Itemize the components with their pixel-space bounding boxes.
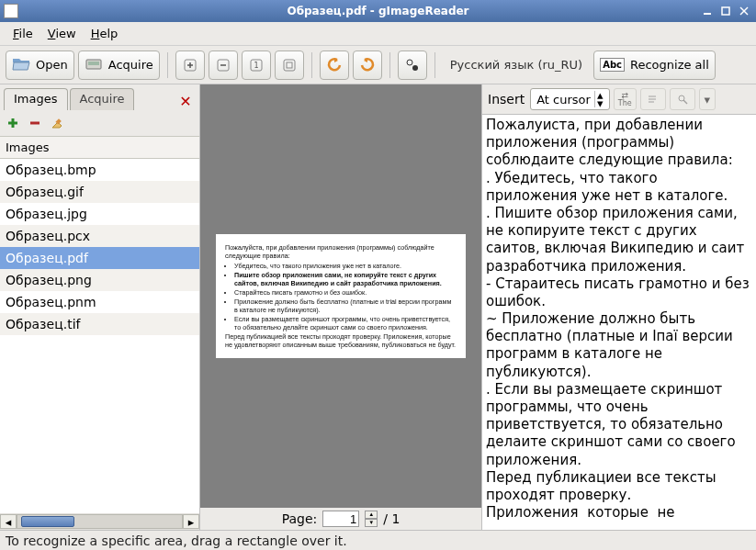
doc-bullet: Если вы размещаете скриншот программы, ч… [234, 315, 457, 331]
open-label: Open [36, 58, 68, 72]
page-label: Page: [282, 511, 318, 526]
list-item[interactable]: Образец.jpg [0, 203, 199, 225]
zoom-reset-button[interactable]: 1 [242, 51, 271, 80]
zoom-in-button[interactable] [175, 51, 205, 80]
abc-icon: Abc [600, 58, 625, 72]
the-button[interactable]: ⇄The [614, 88, 637, 110]
list-item[interactable]: Образец.pnm [0, 291, 199, 313]
scroll-track[interactable] [17, 514, 183, 529]
doc-bullet: Приложение должно быть бесплатно (платны… [234, 297, 457, 314]
menu-file[interactable]: File [6, 25, 40, 42]
recognize-all-button[interactable]: Abc Recognize all [593, 51, 716, 80]
list-item[interactable]: Образец.pcx [0, 225, 199, 247]
document-viewer[interactable]: Пожалуйста, при добавлении приложения (п… [200, 84, 481, 508]
page-preview: Пожалуйста, при добавлении приложения (п… [216, 234, 466, 358]
recognize-all-label: Recognize all [630, 58, 709, 72]
doc-bullet: Старайтесь писать грамотно и без ошибок. [234, 288, 457, 297]
svg-rect-14 [287, 62, 292, 68]
output-pane: Insert At cursor ▴▾ ⇄The ▾ Пожалуиста, п… [482, 84, 756, 530]
svg-point-16 [412, 65, 418, 71]
insert-mode-dropdown[interactable]: At cursor ▴▾ [530, 88, 610, 110]
menu-view[interactable]: View [40, 25, 84, 42]
scroll-left-arrow[interactable]: ◂ [0, 514, 17, 529]
brightness-button[interactable] [398, 51, 427, 80]
tab-images[interactable]: Images [4, 88, 68, 110]
doc-outro: Перед публикацией все тексты проходят пр… [225, 332, 457, 349]
menu-help[interactable]: Help [84, 25, 126, 42]
list-item[interactable]: Образец.tif [0, 313, 199, 335]
chevron-down-icon: ▾ [594, 99, 605, 107]
svg-rect-0 [704, 13, 711, 15]
doc-bullet: Пишите обзор приложения сами, не копируй… [234, 271, 457, 287]
maximize-button[interactable] [717, 4, 734, 18]
insert-mode-value: At cursor [536, 93, 591, 107]
close-button[interactable] [736, 4, 752, 18]
separator [389, 52, 390, 78]
app-icon [4, 4, 18, 18]
svg-line-22 [683, 100, 687, 104]
content-area: Images Acquire ✕ Images Образец.bmpОбраз… [0, 84, 756, 530]
separator [434, 52, 435, 78]
document-viewer-pane: Пожалуйста, при добавлении приложения (п… [200, 84, 482, 530]
main-toolbar: Open Acquire 1 Русский язык (ru_RU) Abc … [0, 46, 756, 84]
language-indicator[interactable]: Русский язык (ru_RU) [443, 51, 590, 80]
scanner-icon [85, 56, 103, 73]
list-item[interactable]: Образец.pdf [0, 247, 199, 269]
minimize-button[interactable] [699, 4, 716, 18]
menubar: File View Help [0, 22, 756, 46]
page-navigation: Page: ▴▾ / 1 [200, 508, 481, 530]
svg-rect-13 [284, 60, 295, 71]
svg-text:1: 1 [254, 62, 258, 70]
clear-button[interactable] [50, 116, 64, 130]
separator [311, 52, 312, 78]
close-panel-button[interactable]: ✕ [175, 93, 196, 110]
page-input[interactable] [322, 511, 359, 527]
window-title: Образец.pdf - gImageReader [0, 5, 756, 17]
svg-rect-5 [88, 62, 99, 65]
images-toolbar [0, 110, 199, 136]
remove-button[interactable] [28, 116, 42, 130]
acquire-button[interactable]: Acquire [78, 51, 160, 80]
doc-bullet: Убедитесь, что такого приложения уже нет… [234, 262, 457, 270]
horizontal-scrollbar[interactable]: ◂ ▸ [0, 513, 199, 530]
images-list: Образец.bmpОбразец.gifОбразец.jpgОбразец… [0, 159, 199, 513]
folder-open-icon [12, 56, 30, 73]
status-text: To recognize a specific area, drag a rec… [6, 533, 347, 548]
find-replace-button[interactable] [670, 88, 695, 110]
left-tabs: Images Acquire ✕ [0, 84, 199, 110]
images-list-header: Images [0, 136, 199, 159]
output-toolbar: Insert At cursor ▴▾ ⇄The ▾ [482, 84, 756, 114]
list-item[interactable]: Образец.bmp [0, 159, 199, 181]
output-menu-button[interactable]: ▾ [699, 88, 716, 110]
open-button[interactable]: Open [6, 51, 74, 80]
doc-intro: Пожалуйста, при добавлении приложения (п… [225, 243, 457, 260]
list-item[interactable]: Образец.png [0, 269, 199, 291]
svg-point-15 [407, 60, 412, 65]
acquire-label: Acquire [108, 58, 153, 72]
zoom-out-button[interactable] [209, 51, 238, 80]
svg-rect-1 [722, 7, 729, 15]
titlebar: Образец.pdf - gImageReader [0, 0, 756, 22]
separator [167, 52, 168, 78]
ocr-text-output[interactable]: Пожалуиста, при добавлении приложения (п… [482, 114, 756, 530]
list-item[interactable]: Образец.gif [0, 181, 199, 203]
scroll-right-arrow[interactable]: ▸ [183, 514, 199, 529]
scroll-thumb[interactable] [21, 516, 74, 527]
page-spinner[interactable]: ▴▾ [365, 511, 378, 527]
add-button[interactable] [6, 116, 20, 130]
strip-crlf-button[interactable] [640, 88, 666, 110]
rotate-left-button[interactable] [320, 51, 349, 80]
left-panel: Images Acquire ✕ Images Образец.bmpОбраз… [0, 84, 200, 530]
tab-acquire[interactable]: Acquire [70, 88, 135, 110]
rotate-right-button[interactable] [353, 51, 382, 80]
statusbar: To recognize a specific area, drag a rec… [0, 530, 756, 550]
zoom-fit-button[interactable] [275, 51, 304, 80]
insert-label: Insert [486, 92, 526, 107]
page-total: / 1 [383, 511, 400, 526]
